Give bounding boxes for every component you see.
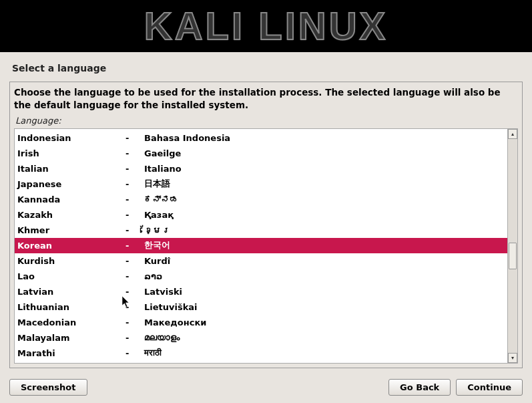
language-english-name: Indonesian — [17, 133, 125, 143]
language-native-name: ಕನ್ನಡ — [144, 194, 507, 205]
language-separator: - — [125, 317, 144, 327]
go-back-button[interactable]: Go Back — [388, 379, 451, 396]
language-row[interactable]: Khmer-ខ្មែរ — [15, 223, 507, 238]
language-separator: - — [125, 148, 144, 158]
language-english-name: Malayalam — [17, 333, 125, 343]
language-row[interactable]: Italian-Italiano — [15, 161, 507, 176]
banner: KALI LINUX — [0, 0, 532, 52]
language-row[interactable]: Lithuanian-Lietuviškai — [15, 299, 507, 315]
language-native-name: Latviski — [144, 287, 507, 297]
language-native-name: ລາວ — [144, 271, 507, 281]
language-separator: - — [125, 271, 144, 281]
language-english-name: Marathi — [17, 348, 125, 358]
language-row[interactable]: Korean-한국어 — [15, 238, 507, 253]
scrollbar[interactable]: ▴ ▾ — [507, 128, 518, 364]
language-native-name: Қазақ — [144, 210, 507, 220]
language-english-name: Korean — [17, 241, 125, 251]
language-row[interactable]: Malayalam-മലയാളം — [15, 330, 507, 346]
language-separator: - — [125, 179, 144, 189]
scroll-up-button[interactable]: ▴ — [508, 129, 517, 139]
language-separator: - — [125, 333, 144, 343]
language-native-name: Македонски — [144, 317, 507, 327]
language-separator: - — [125, 225, 144, 235]
language-separator: - — [125, 287, 144, 297]
language-english-name: Kurdish — [17, 256, 125, 266]
language-english-name: Latvian — [17, 287, 125, 297]
language-native-name: 한국어 — [144, 239, 507, 251]
language-native-name: ខ្មែរ — [144, 225, 507, 235]
language-native-name: മലയാളം — [144, 332, 507, 343]
scroll-thumb[interactable] — [509, 243, 517, 269]
language-native-name: Bahasa Indonesia — [144, 133, 507, 143]
language-separator: - — [125, 256, 144, 266]
language-english-name: Lao — [17, 271, 125, 281]
continue-button[interactable]: Continue — [456, 379, 523, 396]
language-english-name: Lithuanian — [17, 302, 125, 312]
language-panel: Choose the language to be used for the i… — [9, 82, 523, 368]
language-native-name: Lietuviškai — [144, 302, 507, 312]
language-row[interactable]: Japanese-日本語 — [15, 176, 507, 192]
language-english-name: Kazakh — [17, 210, 125, 220]
language-separator: - — [125, 133, 144, 143]
language-native-name: Italiano — [144, 164, 507, 174]
language-separator: - — [125, 210, 144, 220]
language-separator: - — [125, 302, 144, 312]
language-row[interactable]: Marathi-मराठी — [15, 346, 507, 361]
language-english-name: Kannada — [17, 194, 125, 205]
page-title: Select a language — [12, 63, 523, 74]
language-english-name: Italian — [17, 164, 125, 174]
language-native-name: 日本語 — [144, 178, 507, 190]
language-english-name: Macedonian — [17, 317, 125, 327]
language-separator: - — [125, 164, 144, 174]
language-separator: - — [125, 194, 144, 205]
language-row[interactable]: Kannada-ಕನ್ನಡ — [15, 192, 507, 207]
language-row[interactable]: Lao-ລາວ — [15, 269, 507, 284]
language-row[interactable]: Kazakh-Қазақ — [15, 207, 507, 223]
language-row[interactable]: Macedonian-Македонски — [15, 315, 507, 330]
language-english-name: Irish — [17, 148, 125, 158]
language-native-name: Kurdî — [144, 256, 507, 266]
content-area: Select a language Choose the language to… — [0, 52, 532, 368]
language-english-name: Japanese — [17, 179, 125, 189]
language-native-name: Gaeilge — [144, 148, 507, 158]
language-separator: - — [125, 348, 144, 358]
language-listbox[interactable]: Indonesian-Bahasa IndonesiaIrish-Gaeilge… — [14, 128, 507, 364]
language-native-name: मराठी — [144, 348, 507, 358]
footer: Screenshot Go Back Continue — [0, 368, 532, 396]
banner-title: KALI LINUX — [144, 7, 388, 45]
language-label: Language: — [14, 114, 518, 128]
language-row[interactable]: Kurdish-Kurdî — [15, 253, 507, 269]
language-row[interactable]: Latvian-Latviski — [15, 284, 507, 299]
language-list-wrapper: Indonesian-Bahasa IndonesiaIrish-Gaeilge… — [14, 128, 518, 364]
language-row[interactable]: Indonesian-Bahasa Indonesia — [15, 130, 507, 146]
language-english-name: Khmer — [17, 225, 125, 235]
screenshot-button[interactable]: Screenshot — [9, 379, 87, 396]
language-separator: - — [125, 241, 144, 251]
instructions-text: Choose the language to be used for the i… — [14, 86, 518, 114]
language-row[interactable]: Irish-Gaeilge — [15, 146, 507, 161]
scroll-down-button[interactable]: ▾ — [508, 353, 517, 363]
